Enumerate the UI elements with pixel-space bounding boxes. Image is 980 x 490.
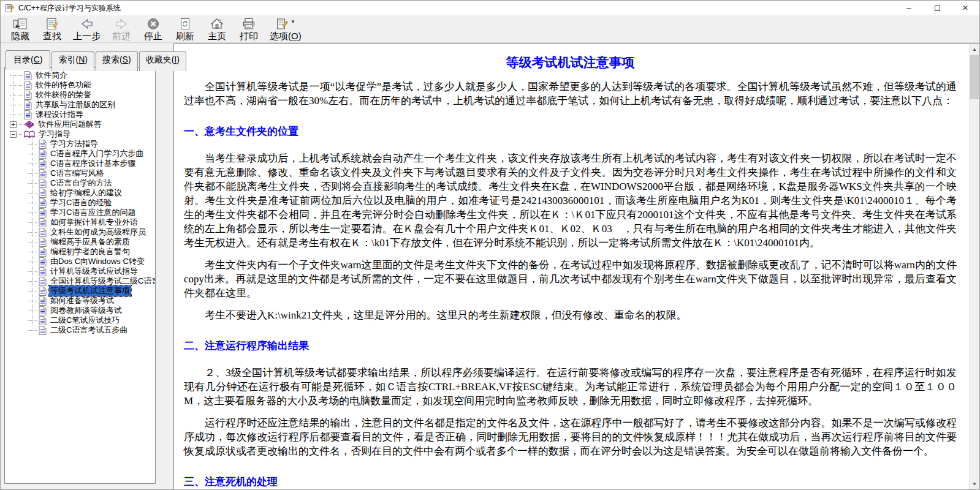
- tree-item[interactable]: 等级考试机试注意事项: [5, 286, 155, 296]
- stop-button[interactable]: 停止: [137, 17, 169, 43]
- tree-item[interactable]: 软件简介: [5, 70, 155, 80]
- tree-item[interactable]: −学习指导: [5, 129, 155, 139]
- refresh-button-label: 刷新: [176, 31, 194, 42]
- pane-splitter[interactable]: [160, 43, 173, 489]
- maximize-button[interactable]: [923, 1, 951, 15]
- tab-favorites[interactable]: 收藏夹(I): [139, 51, 186, 71]
- tree-item[interactable]: 编程初学者的良言警句: [5, 247, 155, 257]
- page-icon: [39, 238, 47, 247]
- forward-arrow-icon: [114, 18, 129, 30]
- content-paragraph: 运行程序时还应注意结果的输出，注意目的文件名都是指定的文件名及文件，这在源程序中…: [184, 416, 957, 458]
- tree-item[interactable]: 阅卷教师谈等级考试: [5, 306, 155, 315]
- section-heading: 三、注意死机的处理: [184, 475, 957, 489]
- print-button-label: 打印: [240, 31, 258, 42]
- options-button[interactable]: ▼ 选项(O): [265, 17, 306, 43]
- tree-item[interactable]: C语言自学的方法: [5, 178, 155, 188]
- refresh-button[interactable]: 刷新: [169, 17, 201, 43]
- page-icon: [24, 91, 32, 100]
- tree-item[interactable]: 计算机等级考试应试指导: [5, 266, 155, 276]
- tab-contents[interactable]: 目录(C): [6, 50, 50, 70]
- section-heading: 二、注意运行程序输出结果: [184, 339, 957, 353]
- tree-item[interactable]: 学习C语言应注意的问题: [5, 208, 155, 217]
- navigation-tabs: 目录(C) 索引(N) 搜索(S) 收藏夹(I): [6, 50, 160, 70]
- tree-item[interactable]: 文科生如何成为高级程序员: [5, 227, 155, 237]
- find-button-label: 查找: [43, 31, 61, 42]
- home-button[interactable]: 主页: [201, 17, 233, 43]
- page-icon: [24, 81, 32, 90]
- page-icon: [39, 267, 47, 276]
- page-icon: [39, 228, 47, 237]
- page-icon: [39, 306, 47, 315]
- tree-item[interactable]: C语言编写风格: [5, 168, 155, 178]
- scroll-thumb[interactable]: [970, 55, 979, 99]
- tree-item[interactable]: 如何准备等级考试: [5, 296, 155, 306]
- tree-item[interactable]: 共享版与注册版的区别: [5, 100, 155, 110]
- forward-button[interactable]: 前进: [105, 17, 137, 43]
- print-button[interactable]: 打印: [233, 17, 265, 43]
- tree-item[interactable]: 学习方法指导: [5, 139, 155, 149]
- page-icon: [39, 189, 47, 198]
- tree-item[interactable]: 如何掌握计算机专业外语: [5, 217, 155, 227]
- page-icon: [39, 257, 47, 266]
- close-button[interactable]: ✕: [951, 1, 979, 15]
- maximize-icon: [935, 6, 940, 11]
- page-icon: [39, 247, 47, 257]
- page-icon: [39, 277, 47, 286]
- toolbar: 隐藏 查找 上一步: [1, 15, 979, 43]
- page-icon: [39, 149, 47, 159]
- tree-item[interactable]: 给初学编程人的建议: [5, 188, 155, 198]
- dropdown-arrow-icon: ▼: [291, 19, 295, 24]
- page-icon: [39, 159, 47, 168]
- section-heading: 一、意考生文件夹的位置: [184, 124, 957, 138]
- page-icon: [39, 218, 47, 227]
- contents-tree: 软件简介软件的特色功能软件获得的荣誉共享版与注册版的区别课程设计指导+软件应用问…: [4, 67, 156, 484]
- page-icon: [39, 179, 47, 188]
- stop-icon: [147, 18, 159, 30]
- find-button[interactable]: 查找: [36, 17, 68, 43]
- page-icon: [39, 169, 47, 178]
- tree-item[interactable]: 二级C笔试应试技巧: [5, 315, 155, 325]
- hide-button[interactable]: 隐藏: [4, 17, 36, 43]
- tree-item[interactable]: 软件获得的荣誉: [5, 90, 155, 100]
- back-button[interactable]: 上一步: [68, 17, 105, 43]
- tree-item[interactable]: 由Dos C向Windows C转变: [5, 257, 155, 266]
- hide-pane-icon: [13, 18, 28, 30]
- svg-text:?: ?: [9, 4, 14, 13]
- back-arrow-icon: [80, 18, 94, 30]
- tree-item[interactable]: C语言程序设计基本步骤: [5, 159, 155, 168]
- minimize-button[interactable]: ─: [895, 1, 923, 15]
- close-icon: ✕: [962, 4, 968, 12]
- tree-item[interactable]: 全国计算机等级考试二级C语言考试大: [5, 276, 155, 286]
- content-paragraph: ２、3级全国计算机等级考试都要求输出结果，所以程序必须要编译运行。在运行前要将修…: [184, 366, 957, 408]
- tree-item-label: 二级C语言考试五步曲: [49, 325, 129, 336]
- page-icon: [39, 198, 47, 208]
- tree-item[interactable]: 软件的特色功能: [5, 80, 155, 90]
- expand-plus-icon[interactable]: +: [10, 121, 17, 128]
- tree-item[interactable]: +软件应用问题解答: [5, 119, 155, 129]
- tree-item[interactable]: 二级C语言考试五步曲: [5, 325, 155, 335]
- tree-item[interactable]: 编程高手应具备的素质: [5, 237, 155, 247]
- scroll-up-button[interactable]: ▲: [970, 44, 979, 55]
- tab-search[interactable]: 搜索(S): [96, 51, 138, 71]
- content-scrollbar[interactable]: ▲ ▼: [969, 44, 979, 489]
- options-icon: [276, 18, 289, 30]
- stop-button-label: 停止: [144, 31, 162, 42]
- tree-item[interactable]: C语言程序入门学习六步曲: [5, 149, 155, 159]
- content-paragraph: 考生不要进入K:\wink21文件夹，这里是评分用的。这里只的考生新建权限，但没…: [184, 308, 957, 322]
- tab-index[interactable]: 索引(N): [51, 51, 94, 71]
- topic-pane: 等级考试机试注意事项 全国计算机等级考试是一项“以考促学”是考试，过多少人就是多…: [173, 43, 979, 489]
- help-file-icon: ?: [5, 3, 15, 13]
- print-icon: [242, 18, 256, 30]
- refresh-icon: [179, 18, 191, 30]
- page-icon: [39, 287, 47, 296]
- collapse-minus-icon[interactable]: −: [10, 131, 17, 138]
- content-paragraph: 全国计算机等级考试是一项“以考促学”是考试，过多少人就是多少人，国家希望更多的人…: [184, 80, 957, 108]
- scroll-down-button[interactable]: ▼: [970, 479, 979, 489]
- tree-item[interactable]: 课程设计指导: [5, 110, 155, 119]
- page-icon: [24, 100, 32, 110]
- tree-item[interactable]: 学习C语言的经验: [5, 198, 155, 208]
- home-icon: [210, 18, 224, 30]
- help-window: ? C/C++程序设计学习与实验系统 ─ ✕ 隐藏: [0, 0, 980, 490]
- page-title: 等级考试机试注意事项: [184, 54, 957, 71]
- options-button-label: 选项(O): [270, 31, 302, 42]
